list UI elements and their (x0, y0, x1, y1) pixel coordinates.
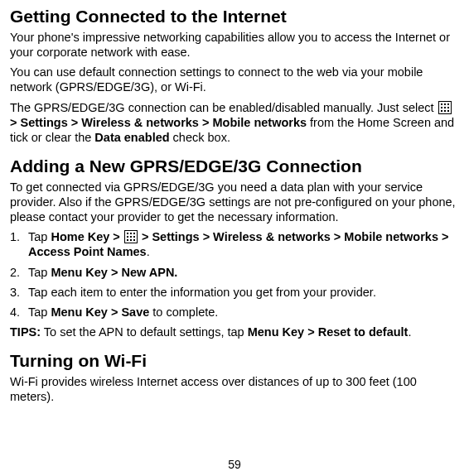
text-fragment-bold: Menu Key > Save (51, 305, 149, 319)
svg-rect-5 (444, 107, 446, 108)
heading-getting-connected: Getting Connected to the Internet (10, 7, 459, 26)
list-number: 3. (10, 285, 20, 300)
list-number: 2. (10, 265, 20, 280)
svg-rect-15 (130, 236, 132, 238)
text-fragment: . (408, 325, 411, 339)
list-item: 2. Tap Menu Key > New APN. (10, 265, 459, 280)
text-fragment-bold: Menu Key > Reset to default (248, 325, 409, 339)
svg-rect-8 (444, 110, 446, 112)
svg-rect-18 (130, 239, 132, 241)
svg-rect-7 (441, 110, 442, 112)
text-fragment: Tap (28, 230, 51, 243)
heading-adding-connection: Adding a New GPRS/EDGE/3G Connection (10, 156, 459, 176)
apps-grid-icon (438, 101, 452, 114)
tips-paragraph: TIPS: To set the APN to default settings… (10, 325, 459, 339)
text-fragment-bold: Data enabled (94, 131, 169, 144)
list-item: 4. Tap Menu Key > Save to complete. (10, 305, 459, 320)
heading-turning-on-wifi: Turning on Wi-Fi (10, 351, 459, 371)
tips-label: TIPS: (10, 325, 41, 339)
list-item: 1. Tap Home Key > > Settings > Wireless … (10, 229, 459, 259)
paragraph-text: To get connected via GPRS/EDGE/3G you ne… (10, 180, 459, 224)
text-fragment: check box. (170, 131, 230, 144)
text-fragment-bold: Menu Key > New APN. (51, 266, 177, 279)
text-fragment: . (147, 245, 150, 258)
list-item: 3. Tap each item to enter the informatio… (10, 285, 459, 300)
paragraph-text: Wi-Fi provides wireless Internet access … (10, 374, 459, 404)
svg-rect-6 (447, 107, 449, 108)
svg-rect-14 (127, 236, 128, 238)
svg-rect-19 (133, 239, 135, 241)
text-fragment-bold: > Settings > Wireless & networks > Mobil… (10, 116, 307, 129)
paragraph-text: You can use default connection settings … (10, 65, 459, 94)
svg-rect-4 (441, 107, 442, 108)
svg-rect-3 (447, 103, 449, 105)
svg-rect-16 (133, 236, 135, 238)
text-fragment: Tap (28, 305, 51, 319)
instruction-list: 1. Tap Home Key > > Settings > Wireless … (10, 229, 459, 320)
svg-rect-11 (127, 233, 128, 234)
text-fragment: Tap (28, 266, 51, 279)
apps-grid-icon (124, 230, 138, 243)
text-fragment: The GPRS/EDGE/3G connection can be enabl… (10, 101, 438, 114)
text-fragment: To set the APN to default settings, tap (41, 325, 248, 339)
svg-rect-17 (127, 239, 128, 241)
svg-rect-13 (133, 233, 135, 234)
svg-rect-9 (447, 110, 449, 112)
text-fragment: Tap each item to enter the information y… (28, 286, 376, 299)
text-fragment: to complete. (149, 305, 218, 319)
text-fragment-bold: Home Key > (51, 230, 123, 243)
page-number: 59 (0, 458, 469, 471)
svg-rect-12 (130, 233, 132, 234)
paragraph-text: The GPRS/EDGE/3G connection can be enabl… (10, 100, 459, 145)
list-number: 4. (10, 305, 20, 320)
list-number: 1. (10, 229, 20, 244)
svg-rect-2 (444, 103, 446, 105)
paragraph-text: Your phone's impressive networking capab… (10, 30, 459, 60)
svg-rect-1 (441, 103, 442, 105)
